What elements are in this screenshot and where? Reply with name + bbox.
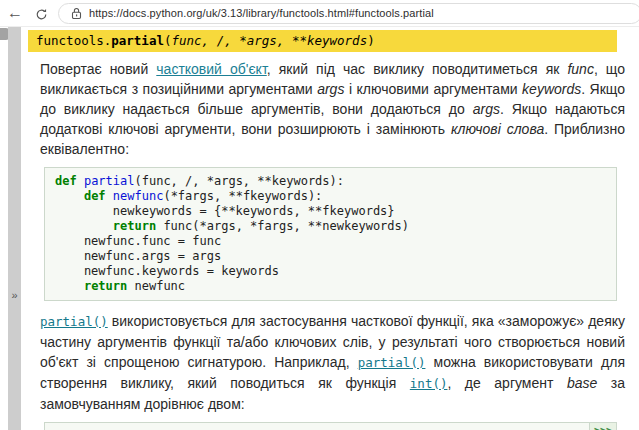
- code-line: def partial(func, /, *args, **keywords):: [55, 174, 606, 189]
- refresh-icon: [35, 8, 48, 21]
- code-token: [55, 279, 84, 293]
- doc-link[interactable]: частковий об'єкт: [156, 61, 266, 77]
- equivalent-code-block: def partial(func, /, *args, **keywords):…: [44, 167, 617, 301]
- code-ref-link[interactable]: int(): [410, 376, 448, 391]
- paragraph-text: Повертає новий: [40, 61, 156, 77]
- address-bar[interactable]: https://docs.python.org/uk/3.13/library/…: [58, 3, 639, 24]
- code-line: newfunc.keywords = keywords: [55, 264, 606, 279]
- code-token: return: [84, 279, 127, 293]
- signature-name: partial: [111, 33, 164, 48]
- refresh-button[interactable]: [28, 0, 54, 26]
- code-line: newfunc.func = func: [55, 234, 606, 249]
- description-paragraph: Повертає новий частковий об'єкт, який пі…: [40, 59, 625, 159]
- page-body: » functools.partial(func, /, *args, **ke…: [0, 27, 639, 430]
- code-token: (*fargs, **fkeywords):: [163, 189, 322, 203]
- code-line: return func(*args, *fargs, **newkeywords…: [55, 219, 606, 234]
- paragraph-text: , де аргумент: [447, 375, 566, 391]
- code-token: newfunc: [113, 189, 164, 203]
- emphasis-text: keywords: [522, 81, 581, 97]
- console-example-block: >>> >>> from functools import partial>>>…: [44, 422, 617, 430]
- emphasis-text: base: [567, 375, 597, 391]
- code-token: return: [113, 219, 156, 233]
- code-token: newfunc: [127, 279, 185, 293]
- code-token: newfunc.keywords = keywords: [55, 264, 279, 278]
- code-token: [55, 189, 84, 203]
- code-line: def newfunc(*fargs, **fkeywords):: [55, 189, 606, 204]
- emphasis-text: args: [473, 101, 500, 117]
- usage-paragraph: partial() використовується для застосува…: [40, 311, 625, 414]
- code-token: newfunc.func = func: [55, 234, 221, 248]
- emphasis-text: args: [317, 81, 344, 97]
- back-button[interactable]: ←: [2, 0, 28, 26]
- code-token: newfunc.args = args: [55, 249, 221, 263]
- code-line: newkeywords = {**keywords, **fkeywords}: [55, 204, 606, 219]
- doc-content: functools.partial(func, /, *args, **keyw…: [0, 27, 639, 430]
- code-ref-link[interactable]: partial(): [358, 355, 426, 370]
- signature-module: functools.: [36, 33, 111, 48]
- code-token: def: [84, 189, 106, 203]
- signature-params: func, /, *args, **keywords: [171, 33, 367, 48]
- code-token: partial: [84, 174, 135, 188]
- emphasis-text: ключові слова: [451, 121, 544, 137]
- code-ref-link[interactable]: partial(): [40, 314, 108, 329]
- code-line: newfunc.args = args: [55, 249, 606, 264]
- paragraph-text: , який під час виклику поводитиметься як: [267, 61, 568, 77]
- toggle-prompts-button[interactable]: >>>: [589, 423, 616, 430]
- code-token: [55, 219, 113, 233]
- code-token: newkeywords = {**keywords, **fkeywords}: [55, 204, 395, 218]
- code-token: func(*args, *fargs, **newkeywords): [156, 219, 409, 233]
- code-token: def: [55, 174, 77, 188]
- code-token: (func, /, *args, **keywords):: [135, 174, 345, 188]
- url-text: https://docs.python.org/uk/3.13/library/…: [89, 7, 434, 19]
- paragraph-text: і ключовими аргументами: [344, 81, 522, 97]
- lock-icon: [71, 7, 82, 20]
- code-token: [77, 174, 84, 188]
- code-line: return newfunc: [55, 279, 606, 294]
- function-signature: functools.partial(func, /, *args, **keyw…: [28, 30, 617, 52]
- code-token: [106, 189, 113, 203]
- signature-close-paren: ): [367, 33, 375, 48]
- browser-toolbar: ← https://docs.python.org/uk/3.13/librar…: [0, 0, 639, 27]
- emphasis-text: func: [567, 61, 593, 77]
